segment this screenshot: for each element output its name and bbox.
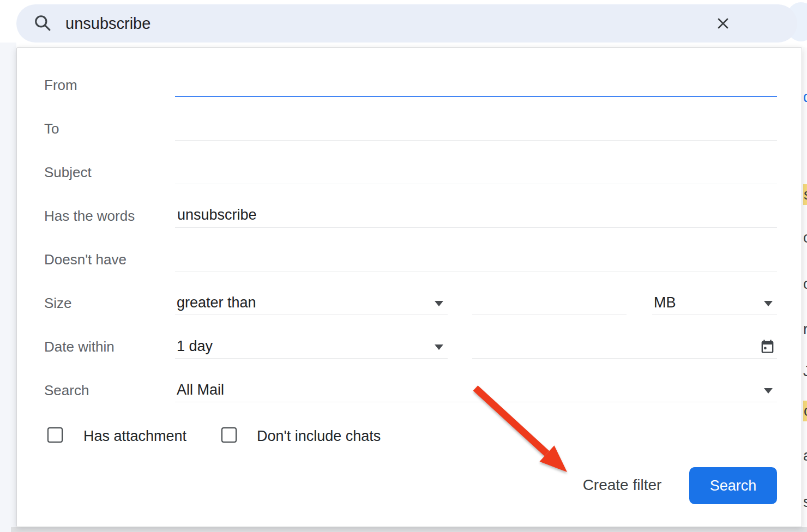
dont-include-chats-checkbox[interactable] [221,427,237,443]
background-text-fragment: s [803,493,807,511]
background-text-fragment: J [803,362,807,380]
gmail-advanced-search-overlay: dscorJoas From To [0,0,807,532]
background-text-fragment: a [803,447,807,464]
filter-row-date: Date within 1 day [44,335,777,359]
filter-row-doesnt-have: Doesn't have [44,247,777,271]
search-scope-dropdown[interactable]: All Mail [175,378,777,402]
to-input[interactable] [175,117,777,139]
background-left-strip [0,43,16,532]
chevron-down-icon [764,301,773,306]
background-text-fragment: c [803,229,807,246]
background-text-fragment: s [803,184,807,205]
filter-row-has-words: Has the words [44,204,777,228]
calendar-icon[interactable] [760,338,775,356]
search-button[interactable]: Search [689,467,777,504]
close-icon[interactable] [711,11,735,35]
chevron-down-icon [435,344,443,350]
date-within-label: Date within [44,335,172,359]
date-value-input[interactable] [472,335,750,357]
background-email-list-sliver: dscorJoas [803,47,807,527]
filter-row-from: From [44,73,777,97]
chevron-down-icon [764,388,773,394]
has-words-label: Has the words [44,204,172,228]
create-filter-button[interactable]: Create filter [562,471,682,499]
size-label: Size [44,291,172,315]
filter-row-search-scope: Search All Mail [44,378,777,402]
doesnt-have-label: Doesn't have [44,247,172,271]
size-value-input[interactable] [472,291,627,313]
background-text-fragment: r [803,321,807,338]
from-label: From [44,73,172,97]
from-input[interactable] [175,73,777,95]
chevron-down-icon [435,301,443,306]
background-text-fragment: o [803,275,807,293]
filter-row-subject: Subject [44,160,777,184]
advanced-search-panel: From To Subject Has the words Doesn't ha [16,47,802,527]
search-scope-label: Search [44,378,172,402]
date-operator-dropdown[interactable]: 1 day [175,335,448,359]
subject-input[interactable] [175,160,777,183]
dont-include-chats-label: Don't include chats [257,424,381,448]
background-text-fragment: o [803,401,807,421]
subject-label: Subject [44,160,172,184]
background-bottom-strip [11,527,807,532]
filter-row-size: Size greater than MB [44,291,777,315]
search-icon [33,13,52,35]
size-unit-dropdown[interactable]: MB [652,291,777,315]
search-input[interactable] [65,11,797,35]
to-label: To [44,117,172,141]
search-bar [16,4,797,43]
size-operator-dropdown[interactable]: greater than [175,291,448,315]
has-attachment-label: Has attachment [83,424,186,448]
filter-row-to: To [44,117,777,141]
background-text-fragment: d [803,88,807,106]
has-words-input[interactable] [175,204,777,226]
checkbox-row: Has attachment Don't include chats [17,424,803,448]
has-attachment-checkbox[interactable] [47,427,63,443]
doesnt-have-input[interactable] [175,247,777,270]
